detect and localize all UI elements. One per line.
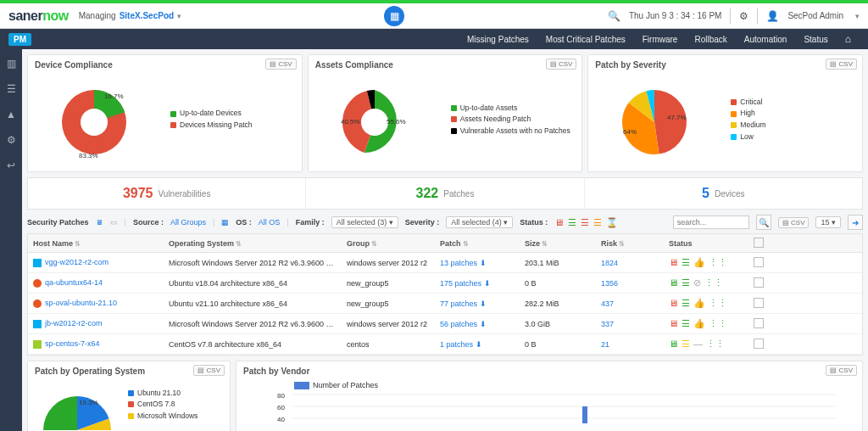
app-grid-icon[interactable]: ▦ — [384, 6, 404, 26]
view-monitor-icon[interactable]: 🖥 — [96, 218, 103, 227]
patch-link[interactable]: 77 patches — [440, 299, 480, 308]
stat-patches[interactable]: 322 Patches — [306, 178, 584, 209]
select-all-checkbox[interactable] — [754, 238, 764, 248]
row-checkbox[interactable] — [754, 277, 764, 288]
patch-by-os-chart: 19.3% — [35, 379, 128, 430]
topbar: sanernow Managing SiteX.SecPod ▾ ▦ 🔍 Thu… — [0, 3, 868, 29]
group-name: windows server 2012 r2 — [342, 320, 435, 328]
module-tag[interactable]: PM — [8, 33, 31, 46]
rail-dashboard-icon[interactable]: ▥ — [7, 58, 16, 70]
table-row: sp-centos-7-x64CentOS v7.8 architecture … — [28, 334, 862, 355]
download-icon[interactable]: ⬇ — [480, 299, 487, 308]
host-link[interactable]: sp-oval-ubuntu-21.10 — [45, 299, 117, 307]
download-icon[interactable]: ⬇ — [480, 259, 487, 267]
os-icon — [33, 279, 42, 288]
host-link[interactable]: vgg-w2012-r2-com — [45, 258, 108, 266]
group-name: windows server 2012 r2 — [342, 259, 435, 267]
size-cell: 203.1 MiB — [520, 259, 596, 267]
vendor-chart: 80 60 40 — [243, 389, 855, 423]
site-switcher[interactable]: SiteX.SecPod — [120, 11, 174, 20]
download-icon[interactable]: ⬇ — [484, 279, 491, 288]
status-cell: 🖥☰👍⋮⋮ — [664, 318, 748, 329]
search-icon[interactable]: 🔍 — [608, 10, 620, 22]
csv-button[interactable]: ▤ CSV — [778, 217, 810, 228]
risk-link[interactable]: 437 — [601, 299, 614, 308]
table-row: qa-ubuntux64-14Ubuntu v18.04 architectur… — [28, 273, 862, 294]
navbar: PM Missing Patches Most Critical Patches… — [0, 29, 868, 49]
status-cell: 🖥☰👍⋮⋮ — [664, 298, 748, 309]
brand-right: now — [42, 8, 69, 23]
os-name: CentOS v7.8 architecture x86_64 — [164, 340, 342, 349]
nav-rollback[interactable]: Rollback — [694, 35, 726, 44]
page-size-select[interactable]: 15 ▾ — [815, 216, 841, 228]
svg-text:83.3%: 83.3% — [79, 152, 98, 160]
size-cell: 282.2 MiB — [520, 299, 596, 308]
risk-link[interactable]: 1356 — [601, 279, 618, 288]
nav-automation[interactable]: Automation — [744, 35, 787, 44]
rail-logout-icon[interactable]: ↩ — [7, 160, 15, 171]
search-go-button[interactable]: 🔍 — [756, 215, 771, 230]
os-name: Microsoft Windows Server 2012 R2 v6.3.96… — [164, 320, 342, 328]
risk-link[interactable]: 337 — [601, 320, 614, 328]
chevron-down-icon[interactable]: ▾ — [855, 12, 860, 20]
nav-status[interactable]: Status — [804, 35, 827, 44]
os-name: Ubuntu v18.04 architecture x86_64 — [164, 279, 342, 288]
nav-missing-patches[interactable]: Missing Patches — [467, 35, 529, 44]
header-user[interactable]: SecPod Admin — [787, 11, 843, 20]
patch-link[interactable]: 1 patches — [440, 340, 476, 349]
host-link[interactable]: jb-w2012-r2-com — [45, 319, 103, 327]
patch-link[interactable]: 56 patches — [440, 320, 480, 328]
severity-select[interactable]: All selected (4) ▾ — [446, 216, 513, 228]
svg-text:60: 60 — [277, 404, 285, 411]
risk-link[interactable]: 21 — [601, 340, 609, 349]
status-filter-icons[interactable]: 🖥☰☰☰⌛ — [554, 217, 622, 228]
csv-button[interactable]: ▤ CSV — [826, 59, 857, 70]
stat-devices[interactable]: 5 Devices — [585, 178, 862, 209]
card-device-compliance: ▤ CSV Device Compliance 16.7% 83.3% Up-t… — [27, 54, 303, 172]
nav-firmware[interactable]: Firmware — [643, 35, 678, 44]
os-name: Ubuntu v21.10 architecture x86_64 — [164, 299, 342, 308]
os-select[interactable]: All OS — [259, 218, 281, 227]
user-icon: 👤 — [766, 10, 779, 22]
os-legend: Ubuntu 21.10 CentOS 7.8 Microsoft Window… — [128, 388, 198, 423]
view-mobile-icon[interactable]: ▭ — [110, 218, 118, 227]
size-cell: 0 B — [520, 279, 596, 288]
home-icon[interactable]: ⌂ — [845, 33, 851, 45]
risk-link[interactable]: 1824 — [601, 259, 618, 267]
svg-text:19.3%: 19.3% — [79, 399, 98, 406]
row-checkbox[interactable] — [754, 339, 764, 349]
csv-button[interactable]: ▤ CSV — [826, 365, 857, 376]
svg-text:40: 40 — [277, 416, 285, 423]
left-rail: ▥ ☰ ▲ ⚙ ↩ — [0, 49, 22, 431]
card-patch-by-os: ▤ CSV Patch by Operating System 19.3% Ub — [27, 361, 231, 431]
gear-icon[interactable]: ⚙ — [739, 10, 748, 22]
os-icon — [33, 340, 42, 349]
search-input[interactable] — [673, 216, 749, 229]
card-patch-severity: ▤ CSV Patch by Severity 64% 47.7% — [587, 54, 863, 172]
patch-link[interactable]: 13 patches — [440, 259, 480, 267]
download-icon[interactable]: ⬇ — [480, 320, 487, 328]
rail-list-icon[interactable]: ☰ — [7, 83, 16, 95]
source-select[interactable]: All Groups — [170, 218, 206, 227]
row-checkbox[interactable] — [754, 257, 764, 267]
family-select[interactable]: All selected (3) ▾ — [331, 216, 398, 228]
csv-button[interactable]: ▤ CSV — [546, 59, 577, 70]
row-checkbox[interactable] — [754, 298, 764, 308]
svg-text:47.7%: 47.7% — [667, 114, 687, 121]
rail-alert-icon[interactable]: ▲ — [6, 109, 16, 120]
stat-vulnerabilities[interactable]: 3975 Vulnerabilities — [28, 178, 306, 209]
csv-button[interactable]: ▤ CSV — [193, 365, 225, 376]
download-icon[interactable]: ⬇ — [476, 340, 482, 349]
row-checkbox[interactable] — [754, 318, 764, 328]
rail-settings-icon[interactable]: ⚙ — [7, 134, 16, 146]
host-link[interactable]: sp-centos-7-x64 — [45, 339, 100, 348]
svg-text:80: 80 — [277, 392, 285, 400]
patch-link[interactable]: 175 patches — [440, 279, 484, 288]
apply-button[interactable]: ➜ — [848, 215, 863, 230]
assets-compliance-chart: 40.5% 55.6% — [315, 73, 451, 166]
svg-text:16.7%: 16.7% — [104, 92, 124, 100]
nav-most-critical-patches[interactable]: Most Critical Patches — [546, 35, 626, 44]
csv-button[interactable]: ▤ CSV — [265, 59, 297, 70]
host-link[interactable]: qa-ubuntux64-14 — [45, 278, 103, 287]
status-cell: 🖥☰—⋮⋮ — [664, 339, 748, 350]
